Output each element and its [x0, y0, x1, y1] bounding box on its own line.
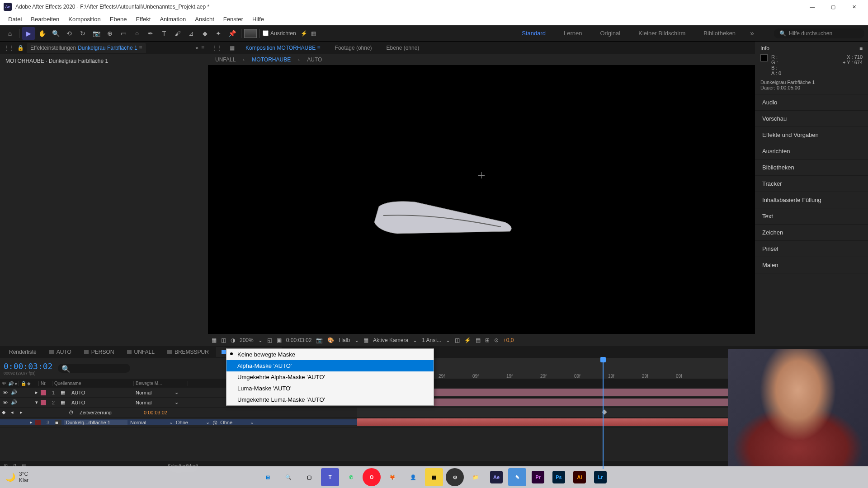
illustrator-icon[interactable]: Ai: [571, 468, 589, 486]
fill-stroke-swatch[interactable]: [244, 29, 257, 38]
roi-icon[interactable]: ▣: [277, 337, 282, 343]
camera-dropdown[interactable]: Aktive Kamera: [373, 337, 408, 343]
col-nr[interactable]: Nr.: [39, 381, 52, 386]
workspace-original[interactable]: Original: [596, 28, 624, 38]
parent-dropdown[interactable]: Ohne: [220, 420, 247, 425]
info-menu-icon[interactable]: ≡: [859, 45, 863, 52]
eye-icon[interactable]: 👁: [2, 400, 8, 405]
snapshot-icon[interactable]: 📷: [316, 337, 323, 343]
tl-tab-auto[interactable]: AUTO: [44, 347, 77, 357]
menu-fenster[interactable]: Fenster: [219, 14, 248, 24]
breadcrumb-auto[interactable]: AUTO: [307, 56, 322, 63]
panel-grip-icon[interactable]: ⋮⋮: [212, 45, 222, 51]
camera-tool[interactable]: 📷: [90, 27, 103, 40]
workspace-overflow[interactable]: »: [750, 29, 754, 38]
zoom-tool[interactable]: 🔍: [49, 27, 62, 40]
timeline-icon[interactable]: ▤: [476, 337, 481, 343]
playhead[interactable]: [603, 358, 604, 469]
menu-effekt[interactable]: Effekt: [131, 14, 155, 24]
eraser-tool[interactable]: ◆: [198, 27, 211, 40]
weather-widget[interactable]: 🌙 3°C Klar: [5, 471, 28, 483]
zoom-dropdown-icon[interactable]: ⌄: [258, 337, 263, 343]
layer-name[interactable]: Dunkelg...rbfläche 1: [64, 420, 127, 425]
timecode-display[interactable]: 0:00:03:02: [286, 337, 312, 343]
premiere-icon[interactable]: Pr: [529, 468, 547, 486]
aftereffects-icon[interactable]: Ae: [487, 468, 505, 486]
help-search[interactable]: 🔍 Hilfe durchsuchen: [774, 28, 864, 38]
panel-pinsel[interactable]: Pinsel: [755, 241, 868, 257]
panel-tracker[interactable]: Tracker: [755, 176, 868, 192]
workspace-kleiner[interactable]: Kleiner Bildschirm: [635, 28, 689, 38]
flowchart-icon[interactable]: ⊞: [485, 337, 490, 343]
audio-icon[interactable]: 🔊: [11, 389, 17, 395]
col-mode[interactable]: Bewegte M...: [134, 381, 188, 386]
track-matte[interactable]: Ohne: [176, 420, 203, 425]
panel-bibliotheken[interactable]: Bibliotheken: [755, 160, 868, 176]
dropdown-item-none[interactable]: Keine bewegte Maske: [226, 349, 434, 360]
pen-tool[interactable]: ✒: [144, 27, 157, 40]
menu-hilfe[interactable]: Hilfe: [248, 14, 269, 24]
panel-overflow[interactable]: »: [195, 45, 198, 51]
workspace-standard[interactable]: Standard: [518, 28, 549, 38]
obs-icon[interactable]: ⊙: [446, 468, 464, 486]
photoshop-icon[interactable]: Ps: [550, 468, 568, 486]
tl-tab-renderliste[interactable]: Renderliste: [4, 347, 42, 357]
timeline-search[interactable]: 🔍: [58, 364, 130, 373]
breadcrumb-motorhaube[interactable]: MOTORHAUBE: [252, 56, 291, 63]
tab-menu-icon[interactable]: ≡: [139, 45, 142, 51]
menu-datei[interactable]: Datei: [4, 14, 26, 24]
panel-grip-icon[interactable]: ⋮⋮: [4, 45, 14, 51]
whatsapp-icon[interactable]: ✆: [342, 468, 360, 486]
workspace-bibliotheken[interactable]: Bibliotheken: [700, 28, 739, 38]
fast-preview-icon[interactable]: ⚡: [464, 337, 471, 343]
teams-icon[interactable]: T: [321, 468, 339, 486]
tl-tab-bremsspur[interactable]: BREMSSPUR: [162, 347, 214, 357]
explorer-icon[interactable]: 📁: [467, 468, 485, 486]
ellipse-tool[interactable]: ○: [131, 27, 143, 40]
roto-tool[interactable]: ✦: [212, 27, 225, 40]
panel-text[interactable]: Text: [755, 208, 868, 225]
workspace-lernen[interactable]: Lernen: [560, 28, 585, 38]
layer-color[interactable]: [41, 400, 46, 405]
snap-options-icon[interactable]: ▦: [311, 30, 316, 37]
panel-menu-icon[interactable]: ≡: [201, 45, 204, 51]
panel-effekte[interactable]: Effekte und Vorgaben: [755, 127, 868, 143]
menu-ebene[interactable]: Ebene: [105, 14, 132, 24]
resolution-dropdown[interactable]: Halb: [339, 337, 350, 343]
effects-tab[interactable]: Effekteinstellungen Dunkelgrau Farbfläch…: [27, 43, 146, 53]
viewport[interactable]: [208, 65, 755, 333]
close-button[interactable]: ✕: [844, 0, 864, 14]
panel-audio[interactable]: Audio: [755, 94, 868, 111]
shape-tool[interactable]: ▭: [117, 27, 130, 40]
pixel-aspect-icon[interactable]: ◫: [455, 337, 460, 343]
dropdown-item-alpha[interactable]: Alpha-Maske 'AUTO': [226, 360, 434, 371]
reset-exposure-icon[interactable]: ⊙: [494, 337, 499, 343]
start-button[interactable]: ⊞: [259, 468, 277, 486]
panel-zeichen[interactable]: Zeichen: [755, 225, 868, 241]
mask-icon[interactable]: ◫: [221, 337, 226, 343]
timeline-timecode[interactable]: 0:00:03:02: [4, 361, 52, 371]
col-name[interactable]: Quellenname: [52, 381, 134, 386]
menu-komposition[interactable]: Komposition: [64, 14, 105, 24]
audio-icon[interactable]: 🔊: [11, 399, 17, 405]
opera-icon[interactable]: O: [363, 468, 381, 486]
orbit-tool[interactable]: ⟲: [63, 27, 75, 40]
comp-tab-footage[interactable]: Footage (ohne): [331, 43, 376, 53]
layer-name[interactable]: AUTO: [70, 400, 133, 405]
panel-inhaltsbasierte[interactable]: Inhaltsbasierte Füllung: [755, 192, 868, 208]
dropdown-item-luma-inv[interactable]: Umgekehrte Luma-Maske 'AUTO': [226, 394, 434, 405]
res-icon[interactable]: ◱: [267, 337, 272, 343]
selection-tool[interactable]: ▶: [22, 27, 35, 40]
app-icon-1[interactable]: 👤: [404, 468, 422, 486]
brush-tool[interactable]: 🖌: [171, 27, 184, 40]
home-button[interactable]: ⌂: [4, 27, 16, 40]
puppet-tool[interactable]: 📌: [226, 27, 238, 40]
hand-tool[interactable]: ✋: [36, 27, 48, 40]
layer-mode[interactable]: Normal: [136, 390, 172, 395]
menu-ansicht[interactable]: Ansicht: [190, 14, 219, 24]
grid-icon[interactable]: ▦: [212, 337, 217, 343]
tl-tab-unfall[interactable]: UNFALL: [122, 347, 160, 357]
views-dropdown[interactable]: 1 Ansi...: [422, 337, 441, 343]
dropdown-item-luma[interactable]: Luma-Maske 'AUTO': [226, 383, 434, 394]
layer-color[interactable]: [35, 420, 41, 425]
